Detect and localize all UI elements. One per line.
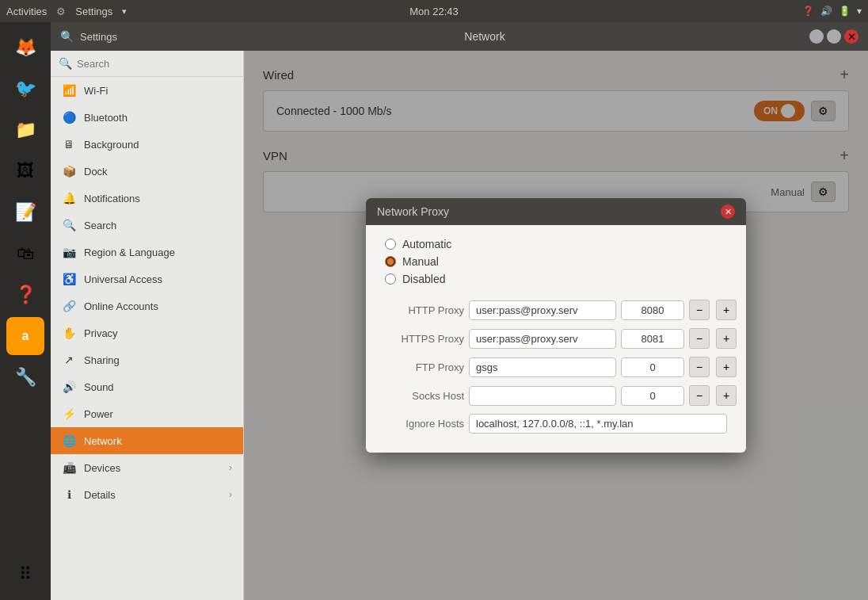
sidebar-item-label: Privacy bbox=[84, 327, 118, 339]
sidebar-item-label: Sharing bbox=[84, 354, 120, 366]
dock-photos[interactable]: 🖼 bbox=[6, 152, 44, 190]
sidebar-item-bluetooth[interactable]: 🔵 Bluetooth bbox=[51, 104, 243, 131]
socks-port-increment[interactable]: + bbox=[716, 385, 737, 406]
modal-overlay: Network Proxy ✕ Automatic bbox=[244, 51, 868, 600]
close-button[interactable]: ✕ bbox=[844, 29, 858, 44]
window-title: Network bbox=[464, 30, 504, 43]
sidebar-item-dock[interactable]: 📦 Dock bbox=[51, 158, 243, 185]
https-port-increment[interactable]: + bbox=[716, 328, 737, 349]
sidebar-item-search[interactable]: 🔍 Search bbox=[51, 212, 243, 239]
sidebar-item-power[interactable]: ⚡ Power bbox=[51, 400, 243, 427]
network-icon: 🌐 bbox=[62, 434, 76, 448]
dock-files[interactable]: 📁 bbox=[6, 111, 44, 149]
mode-disabled[interactable]: Disabled bbox=[385, 273, 727, 285]
dock-apps[interactable]: ⠿ bbox=[6, 556, 44, 594]
socks-host-input[interactable] bbox=[469, 386, 616, 406]
sidebar: 🔍 📶 Wi-Fi 🔵 Bluetooth 🖥 Background 📦 Doc… bbox=[51, 51, 244, 600]
network-proxy-modal: Network Proxy ✕ Automatic bbox=[366, 198, 746, 453]
dock-amazon[interactable]: a bbox=[6, 317, 44, 355]
dock-thunderbird[interactable]: 🐦 bbox=[6, 70, 44, 108]
http-port-input[interactable] bbox=[621, 300, 684, 320]
https-proxy-label: HTTPS Proxy bbox=[385, 333, 464, 345]
sidebar-item-network[interactable]: 🌐 Network bbox=[51, 427, 243, 454]
universal-icon: ♿ bbox=[62, 272, 76, 286]
system-dropdown-icon[interactable]: ▾ bbox=[857, 6, 862, 17]
online-icon: 🔗 bbox=[62, 299, 76, 313]
sidebar-item-notifications[interactable]: 🔔 Notifications bbox=[51, 185, 243, 212]
ftp-proxy-row: FTP Proxy − + bbox=[385, 357, 738, 377]
disabled-radio[interactable] bbox=[385, 273, 396, 285]
https-port-decrement[interactable]: − bbox=[689, 328, 710, 349]
sidebar-item-online[interactable]: 🔗 Online Accounts bbox=[51, 292, 243, 319]
ignore-hosts-row: Ignore Hosts bbox=[385, 414, 727, 434]
http-port-increment[interactable]: + bbox=[716, 300, 737, 320]
sidebar-item-sharing[interactable]: ↗ Sharing bbox=[51, 346, 243, 373]
dock-software[interactable]: 🛍 bbox=[6, 235, 44, 273]
http-port-decrement[interactable]: − bbox=[689, 300, 710, 320]
proxy-fields: HTTP Proxy − + HTTPS Proxy bbox=[385, 300, 727, 406]
dock-help[interactable]: ❓ bbox=[6, 276, 44, 314]
sidebar-search-input[interactable] bbox=[77, 58, 235, 70]
modal-titlebar: Network Proxy ✕ bbox=[366, 198, 746, 225]
content-area: 🔍 📶 Wi-Fi 🔵 Bluetooth 🖥 Background 📦 Doc… bbox=[51, 51, 868, 600]
sidebar-item-wifi[interactable]: 📶 Wi-Fi bbox=[51, 77, 243, 104]
ignore-hosts-label: Ignore Hosts bbox=[385, 418, 464, 430]
disabled-label: Disabled bbox=[402, 273, 445, 285]
sidebar-item-sound[interactable]: 🔊 Sound bbox=[51, 373, 243, 400]
dock-firefox[interactable]: 🦊 bbox=[6, 29, 44, 67]
dock-notes[interactable]: 📝 bbox=[6, 193, 44, 231]
sidebar-item-region[interactable]: 📷 Region & Language bbox=[51, 239, 243, 266]
power-icon: ⚡ bbox=[62, 407, 76, 421]
sidebar-item-label: Region & Language bbox=[84, 246, 175, 258]
dock-icon-si: 📦 bbox=[62, 164, 76, 178]
sidebar-item-label: Devices bbox=[84, 462, 120, 474]
automatic-radio[interactable] bbox=[385, 239, 396, 250]
proxy-mode-group: Automatic Manual Disabled bbox=[385, 238, 727, 285]
settings-dropdown-icon[interactable]: ▾ bbox=[122, 6, 127, 17]
modal-close-button[interactable]: ✕ bbox=[721, 204, 735, 219]
ignore-hosts-input[interactable] bbox=[469, 414, 727, 434]
background-icon: 🖥 bbox=[62, 137, 76, 151]
https-port-input[interactable] bbox=[621, 329, 684, 349]
dock: 🦊 🐦 📁 🖼 📝 🛍 ❓ a 🔧 ⠿ bbox=[0, 22, 51, 600]
sidebar-item-details[interactable]: ℹ Details › bbox=[51, 481, 243, 508]
sidebar-item-label: Wi-Fi bbox=[84, 85, 108, 97]
minimize-button[interactable] bbox=[809, 29, 824, 44]
panel: Wired + Connected - 1000 Mb/s ON ⚙ VPN + bbox=[244, 51, 868, 600]
search-icon-si: 🔍 bbox=[62, 218, 76, 232]
sidebar-item-devices[interactable]: 📠 Devices › bbox=[51, 454, 243, 481]
notifications-icon: 🔔 bbox=[62, 191, 76, 205]
battery-topbar-icon: 🔋 bbox=[839, 6, 851, 17]
sidebar-item-background[interactable]: 🖥 Background bbox=[51, 131, 243, 158]
socks-host-row: Socks Host − + bbox=[385, 385, 738, 406]
ftp-proxy-input[interactable] bbox=[469, 357, 616, 377]
mode-automatic[interactable]: Automatic bbox=[385, 238, 727, 250]
ftp-port-decrement[interactable]: − bbox=[689, 357, 710, 377]
search-icon: 🔍 bbox=[60, 30, 74, 43]
https-proxy-row: HTTPS Proxy − + bbox=[385, 328, 738, 349]
maximize-button[interactable] bbox=[827, 29, 841, 44]
activities-label[interactable]: Activities bbox=[6, 6, 47, 17]
sidebar-search-icon: 🔍 bbox=[59, 57, 72, 70]
dock-synaptic[interactable]: 🔧 bbox=[6, 358, 44, 396]
ftp-port-input[interactable] bbox=[621, 357, 684, 377]
settings-menu-label[interactable]: Settings bbox=[75, 6, 112, 17]
http-proxy-row: HTTP Proxy − + bbox=[385, 300, 738, 320]
sidebar-item-universal[interactable]: ♿ Universal Access bbox=[51, 266, 243, 292]
ftp-port-increment[interactable]: + bbox=[716, 357, 737, 377]
sidebar-item-privacy[interactable]: ✋ Privacy bbox=[51, 319, 243, 346]
manual-radio[interactable] bbox=[385, 256, 396, 267]
devices-icon: 📠 bbox=[62, 461, 76, 475]
topbar-right: ❓ 🔊 🔋 ▾ bbox=[802, 6, 862, 17]
socks-port-input[interactable] bbox=[621, 386, 684, 406]
socks-port-decrement[interactable]: − bbox=[689, 385, 710, 406]
sidebar-search: 🔍 bbox=[51, 51, 243, 77]
mode-manual[interactable]: Manual bbox=[385, 255, 727, 268]
http-proxy-input[interactable] bbox=[469, 300, 616, 320]
sidebar-item-label: Details bbox=[84, 489, 116, 501]
sidebar-item-label: Universal Access bbox=[84, 273, 162, 285]
https-proxy-input[interactable] bbox=[469, 329, 616, 349]
privacy-icon: ✋ bbox=[62, 326, 76, 340]
socks-host-label: Socks Host bbox=[385, 390, 464, 402]
window-titlebar: 🔍 Settings Network ✕ bbox=[51, 22, 868, 51]
